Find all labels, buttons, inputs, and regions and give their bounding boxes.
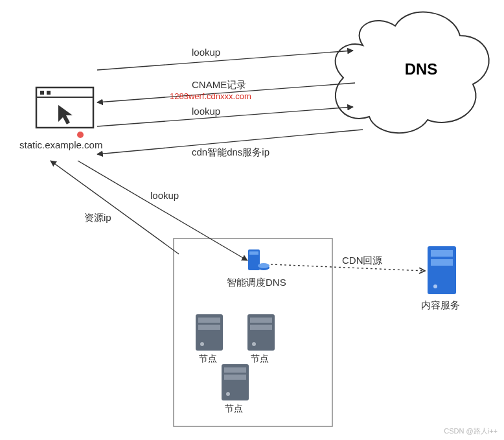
edge-node-2-label: 节点 [251, 353, 269, 365]
smart-dns-label: 智能调度DNS [227, 277, 286, 289]
lookup3-label: lookup [150, 190, 179, 201]
svg-rect-18 [224, 367, 246, 373]
svg-rect-2 [40, 91, 44, 95]
svg-point-24 [433, 284, 437, 288]
svg-rect-10 [198, 318, 220, 323]
svg-point-12 [200, 342, 204, 346]
svg-rect-11 [198, 325, 220, 330]
svg-rect-22 [431, 250, 453, 257]
svg-rect-3 [47, 91, 51, 95]
content-server-icon [428, 246, 456, 294]
svg-rect-6 [249, 251, 258, 255]
svg-rect-19 [224, 375, 246, 380]
svg-rect-0 [36, 87, 93, 128]
cname-record-label: CNAME记录 [192, 79, 246, 91]
edge-node-icon-1 [196, 314, 223, 351]
svg-rect-14 [250, 318, 272, 323]
browser-icon [36, 87, 93, 138]
resource-ip-label: 资源ip [84, 212, 111, 224]
smart-dns-icon [248, 249, 269, 270]
content-server-label: 内容服务 [421, 299, 460, 312]
dns-cloud-label: DNS [405, 60, 438, 78]
lookup2-label: lookup [192, 106, 220, 117]
cname-value-label: 1283werf.cdnxxx.com [170, 91, 251, 101]
arrow-lookup1 [97, 51, 353, 70]
cdn-origin-label: CDN回源 [342, 255, 383, 267]
lookup1-label: lookup [192, 47, 220, 58]
edge-node-icon-2 [247, 314, 275, 351]
svg-point-16 [252, 342, 256, 346]
edge-node-1-label: 节点 [199, 353, 217, 365]
svg-point-8 [258, 263, 269, 268]
arrow-resource-ip [51, 161, 179, 254]
svg-rect-23 [431, 259, 453, 266]
diagram-canvas: DNS [0, 0, 504, 440]
svg-point-4 [77, 132, 84, 138]
arrow-lookup2 [97, 107, 353, 126]
browser-caption: static.example.com [19, 139, 102, 150]
edge-node-3-label: 节点 [225, 403, 243, 415]
svg-point-20 [226, 392, 230, 396]
watermark: CSDN @路人i++ [444, 426, 498, 436]
arrow-lookup3 [78, 161, 247, 261]
cdn-dns-ip-label: cdn智能dns服务ip [192, 146, 269, 159]
svg-rect-15 [250, 325, 272, 330]
edge-node-icon-3 [222, 364, 249, 400]
